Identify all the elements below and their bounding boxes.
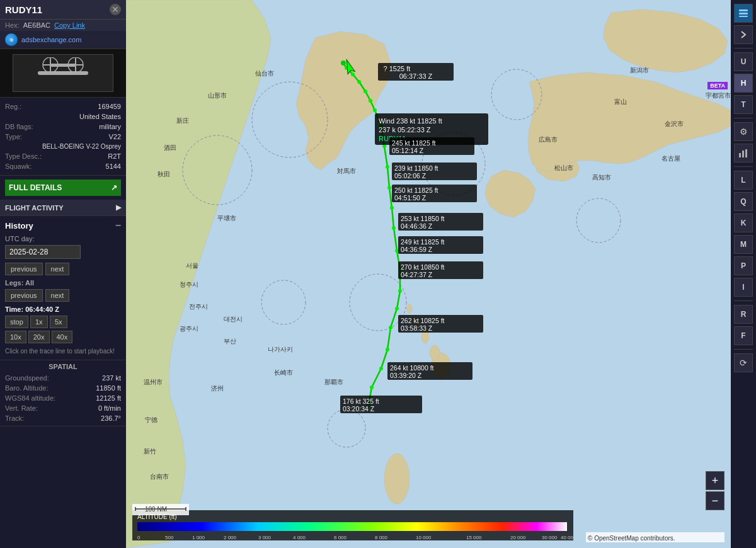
stop-button[interactable]: stop: [5, 316, 28, 328]
q-button[interactable]: Q: [734, 192, 753, 211]
svg-text:1 000: 1 000: [192, 535, 205, 540]
map-area[interactable]: 仙台市 山形市 新庄 酒田 秋田 平壌市 新潟市 富山 金沢市 宇都宮市 名古屋…: [126, 0, 756, 548]
svg-text:0: 0: [137, 535, 140, 540]
svg-text:富山: 富山: [614, 98, 627, 105]
svg-point-74: [370, 385, 374, 389]
replay-button[interactable]: ⟳: [734, 353, 753, 372]
flight-activity-bar[interactable]: FLIGHT ACTIVITY ▶: [0, 200, 126, 216]
svg-text:264 kt  10800 ft: 264 kt 10800 ft: [390, 364, 434, 372]
svg-text:长崎市: 长崎市: [274, 369, 293, 376]
country-value: United States: [5, 113, 121, 120]
wgs84-value: 12125 ft: [96, 394, 121, 402]
svg-text:10 000: 10 000: [416, 535, 432, 540]
external-link-icon: ↗: [111, 183, 117, 192]
svg-rect-3: [79, 72, 88, 74]
svg-point-64: [387, 186, 391, 190]
svg-text:부산: 부산: [224, 338, 236, 345]
track-label: Track:: [5, 414, 24, 422]
u-button[interactable]: U: [734, 52, 753, 71]
previous-day-button[interactable]: previous: [5, 263, 43, 275]
svg-text:239 kt  11850 ft: 239 kt 11850 ft: [394, 164, 438, 172]
svg-text:3 000: 3 000: [258, 535, 272, 540]
type-value: V22: [108, 133, 121, 140]
map-layers-button[interactable]: [734, 4, 753, 23]
svg-text:05:02:06 Z: 05:02:06 Z: [394, 172, 427, 180]
svg-text:2 000: 2 000: [224, 535, 237, 540]
speed-1x-button[interactable]: 1x: [30, 316, 48, 328]
svg-text:高知市: 高知市: [592, 174, 611, 181]
svg-text:? 1525 ft: ? 1525 ft: [384, 65, 411, 72]
reg-label: Reg.:: [5, 103, 21, 110]
m-button[interactable]: M: [734, 235, 753, 254]
speed-10x-button[interactable]: 10x: [5, 331, 26, 343]
dbflags-value: military: [99, 123, 121, 130]
full-details-button[interactable]: FULL DETAILS ↗: [5, 180, 121, 196]
svg-text:6 000: 6 000: [334, 535, 347, 540]
svg-text:宇都宮市: 宇都宮市: [706, 92, 731, 99]
time-display: Time: 06:44:40 Z: [5, 305, 121, 313]
svg-text:270 kt  10850 ft: 270 kt 10850 ft: [401, 263, 445, 271]
r-button[interactable]: R: [734, 305, 753, 324]
svg-point-54: [341, 60, 346, 66]
groundspeed-label: Groundspeed:: [5, 374, 49, 382]
spatial-section: SPATIAL Groundspeed: 237 kt Baro. Altitu…: [0, 360, 126, 426]
svg-rect-136: [739, 16, 748, 17]
map-background: 仙台市 山形市 新庄 酒田 秋田 平壌市 新潟市 富山 金沢市 宇都宮市 名古屋…: [126, 0, 756, 548]
svg-point-58: [364, 89, 367, 93]
source-dot: ⊕: [5, 33, 18, 46]
history-title: History −: [5, 220, 121, 231]
speed-40x-button[interactable]: 40x: [52, 331, 73, 343]
speed-20x-button[interactable]: 20x: [28, 331, 50, 343]
t-button[interactable]: T: [734, 95, 753, 114]
title-bar: RUDY11 ✕: [0, 0, 126, 20]
svg-rect-139: [745, 149, 747, 157]
svg-text:176 kt  325 ft: 176 kt 325 ft: [343, 397, 379, 405]
close-button[interactable]: ✕: [110, 4, 121, 15]
svg-text:新竹: 新竹: [144, 448, 156, 455]
svg-text:40 000+: 40 000+: [561, 535, 579, 540]
zoom-out-button[interactable]: −: [706, 491, 724, 510]
l-button[interactable]: L: [734, 171, 753, 190]
vert-rate-label: Vert. Rate:: [5, 404, 38, 412]
svg-text:30 000: 30 000: [542, 535, 558, 540]
stats-button[interactable]: [734, 144, 753, 163]
next-day-button[interactable]: next: [45, 263, 70, 275]
svg-rect-137: [739, 153, 741, 157]
h-button[interactable]: H: [734, 74, 753, 93]
zoom-section: + −: [706, 471, 724, 510]
svg-point-73: [379, 367, 383, 370]
svg-point-63: [386, 165, 389, 169]
left-panel: RUDY11 ✕ Hex: AE6BAC Copy Link ⊕ adsbexc…: [0, 0, 126, 548]
zoom-in-button[interactable]: +: [706, 471, 724, 490]
svg-text:金沢市: 金沢市: [665, 120, 684, 127]
f-button[interactable]: F: [734, 326, 753, 345]
svg-text:仙台市: 仙台市: [255, 70, 274, 77]
aircraft-silhouette: [13, 54, 113, 92]
squawk-value: 5144: [106, 163, 121, 170]
i-button[interactable]: I: [734, 278, 753, 297]
legs-nav-row: previous next: [5, 289, 121, 302]
groundspeed-value: 237 kt: [102, 374, 121, 382]
hex-label: Hex:: [5, 21, 20, 29]
next-leg-button[interactable]: next: [45, 289, 70, 302]
svg-point-66: [392, 226, 396, 230]
reg-value: 169459: [98, 103, 121, 110]
toolbar-separator-4: [734, 300, 753, 301]
settings-button[interactable]: ⚙: [734, 122, 753, 141]
history-collapse[interactable]: −: [115, 220, 121, 231]
speed-5x-button[interactable]: 5x: [50, 316, 67, 328]
svg-text:249 kt  11825 ft: 249 kt 11825 ft: [401, 238, 445, 246]
date-input[interactable]: [5, 245, 81, 259]
p-button[interactable]: P: [734, 256, 753, 275]
expand-right-button[interactable]: [734, 25, 753, 44]
chevron-right-icon: ▶: [116, 203, 121, 212]
copy-link[interactable]: Copy Link: [54, 21, 85, 29]
svg-text:03:20:34 Z: 03:20:34 Z: [343, 405, 375, 413]
typedesc-value: R2T: [108, 152, 121, 160]
toolbar-separator-2: [734, 118, 753, 118]
previous-leg-button[interactable]: previous: [5, 289, 43, 302]
svg-text:酒田: 酒田: [164, 144, 176, 151]
svg-text:20 000: 20 000: [510, 535, 526, 540]
typedesc-label: Type Desc.:: [5, 152, 42, 160]
k-button[interactable]: K: [734, 214, 753, 232]
